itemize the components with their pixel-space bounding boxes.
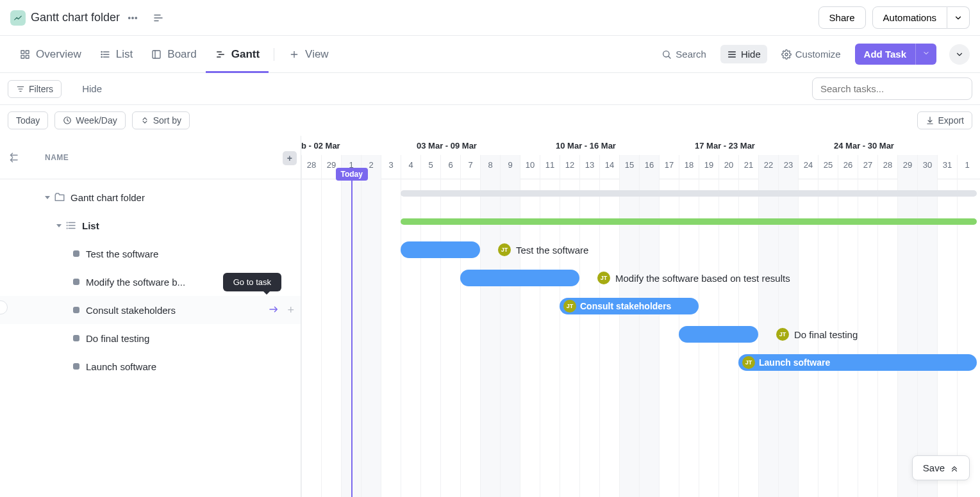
task-label: Launch software <box>86 361 156 372</box>
add-column-button[interactable]: + <box>283 151 297 165</box>
svg-point-39 <box>67 222 67 223</box>
task-list-header: NAME + <box>0 136 301 179</box>
day-cell: 10 <box>520 155 540 179</box>
gear-icon <box>781 49 792 60</box>
tooltip: Go to task <box>223 273 281 291</box>
automations-button-group: Automations <box>872 6 970 29</box>
week-label: 24 Mar - 30 Mar <box>834 141 894 151</box>
search-tasks-input[interactable] <box>812 77 972 100</box>
day-cell: 28 <box>877 155 897 179</box>
svg-rect-9 <box>26 55 29 58</box>
filter-bar: Filters Hide <box>0 73 980 105</box>
day-cell: 17 <box>659 155 679 179</box>
tab-board[interactable]: Board <box>142 36 205 72</box>
svg-rect-6 <box>21 51 24 54</box>
overview-icon <box>19 49 31 60</box>
day-cell: 1 <box>957 155 977 179</box>
status-icon <box>73 250 79 257</box>
task-bar-label: Modify the software based on test result… <box>615 273 790 284</box>
add-subtask-icon[interactable]: + <box>287 304 294 317</box>
search-tool[interactable]: Search <box>655 45 713 63</box>
search-icon <box>661 49 672 60</box>
folder-summary-bar[interactable] <box>401 190 977 197</box>
tree-row[interactable]: Test the software <box>0 240 301 268</box>
task-bar-label: Test the software <box>516 245 588 256</box>
task-bar[interactable]: JTConsult stakeholders <box>560 298 699 314</box>
tree-row[interactable]: List <box>0 211 301 240</box>
add-task-button-group: Add Task <box>855 44 936 65</box>
tree-row[interactable]: Launch software <box>0 352 301 380</box>
sort-button[interactable]: Sort by <box>132 111 190 129</box>
gantt-timeline[interactable]: b - 02 Mar03 Mar - 09 Mar10 Mar - 16 Mar… <box>301 136 980 497</box>
share-button[interactable]: Share <box>818 6 866 29</box>
task-bar[interactable]: JTLaunch software <box>738 354 977 371</box>
day-cell: 22 <box>758 155 778 179</box>
svg-line-24 <box>669 56 670 58</box>
status-icon <box>73 335 79 341</box>
add-task-dropdown[interactable] <box>915 44 936 65</box>
tab-gantt[interactable]: Gantt <box>206 36 269 72</box>
name-column-header: NAME <box>45 153 69 162</box>
today-badge: Today <box>336 168 368 181</box>
day-cell: 31 <box>937 155 957 179</box>
status-icon <box>73 279 79 285</box>
customize-tool[interactable]: Customize <box>775 45 847 63</box>
tab-overview[interactable]: Overview <box>10 36 90 72</box>
go-to-task-icon[interactable] <box>268 304 279 315</box>
tree-row[interactable]: Gantt chart folder <box>0 183 301 211</box>
task-label: Modify the software b... <box>86 277 185 288</box>
save-button[interactable]: Save <box>912 455 970 480</box>
folder-icon <box>10 10 26 26</box>
task-bar-label: Consult stakeholders <box>580 301 671 311</box>
day-cell: 14 <box>599 155 619 179</box>
task-bar-label: Do final testing <box>794 329 858 340</box>
svg-point-2 <box>135 17 137 18</box>
gantt-row <box>301 208 980 236</box>
zoom-button[interactable]: Week/Day <box>54 111 125 129</box>
svg-point-1 <box>132 17 133 18</box>
today-button[interactable]: Today <box>8 111 48 129</box>
automations-dropdown-button[interactable] <box>947 6 970 29</box>
gantt-row: JTTest the software <box>301 236 980 264</box>
hide-tool[interactable]: Hide <box>720 45 767 63</box>
day-cell: 24 <box>798 155 818 179</box>
tree-row[interactable]: Consult stakeholders+Go to task <box>0 296 301 324</box>
gantt-row <box>301 179 980 208</box>
add-view-button[interactable]: View <box>279 36 338 72</box>
timeline-header: b - 02 Mar03 Mar - 09 Mar10 Mar - 16 Mar… <box>301 136 980 179</box>
day-cell: 19 <box>699 155 718 179</box>
day-cell: 18 <box>679 155 699 179</box>
export-button[interactable]: Export <box>917 111 972 129</box>
day-cell: 16 <box>639 155 659 179</box>
day-cell: 13 <box>579 155 599 179</box>
collapse-icon[interactable] <box>8 152 19 163</box>
day-cell: 12 <box>560 155 579 179</box>
expand-sidebar-button[interactable] <box>149 9 167 27</box>
filters-button[interactable]: Filters <box>8 80 62 98</box>
week-label: 17 Mar - 23 Mar <box>695 141 755 151</box>
day-cell: 8 <box>480 155 500 179</box>
list-icon <box>65 220 77 231</box>
gantt-icon <box>215 49 226 60</box>
gantt-row: JTDo final testing <box>301 320 980 348</box>
hide-columns-button[interactable]: Hide <box>69 83 102 94</box>
automations-button[interactable]: Automations <box>872 6 947 29</box>
task-bar[interactable] <box>401 241 480 258</box>
folder-title-chip[interactable]: Gantt chart folder <box>10 10 120 26</box>
task-bar[interactable] <box>679 326 758 343</box>
more-menu-button[interactable] <box>124 9 142 27</box>
svg-point-15 <box>101 56 102 57</box>
tree-row[interactable]: Do final testing <box>0 324 301 352</box>
page-title: Gantt chart folder <box>31 11 120 24</box>
calendar-icon <box>63 116 72 125</box>
add-task-button[interactable]: Add Task <box>855 44 915 65</box>
assignee-avatar: JT <box>742 356 755 369</box>
assignee-avatar: JT <box>776 328 789 341</box>
list-summary-bar[interactable] <box>401 218 977 225</box>
day-cell: 30 <box>917 155 937 179</box>
tab-list[interactable]: List <box>90 36 142 72</box>
more-actions-button[interactable] <box>949 44 970 65</box>
list-label: List <box>82 220 99 231</box>
task-bar[interactable] <box>460 270 579 286</box>
day-cell: 29 <box>897 155 917 179</box>
